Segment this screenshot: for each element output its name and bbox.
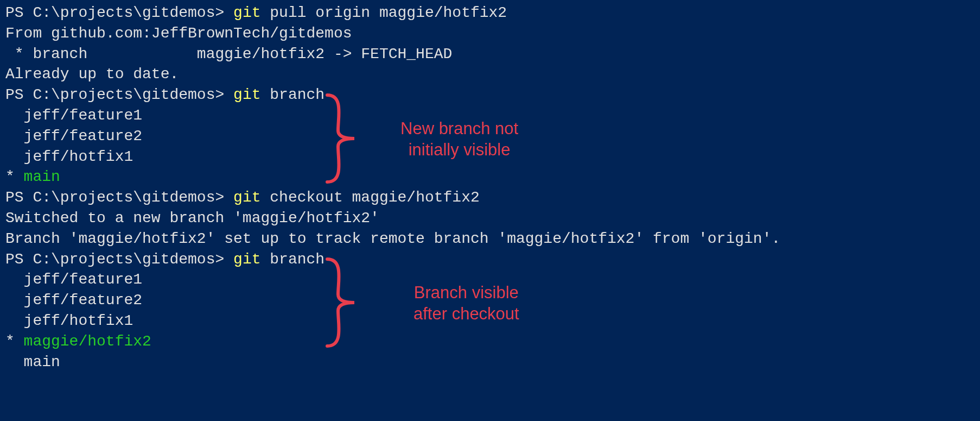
git-command: git: [233, 251, 260, 268]
output-line: From github.com:JeffBrownTech/gitdemos: [5, 23, 975, 44]
command-args: checkout maggie/hotfix2: [261, 189, 480, 206]
output-line: PS C:\projects\gitdemos> git branch: [5, 85, 975, 105]
annotation-text-line: New branch not: [400, 118, 518, 140]
output-line: Switched to a new branch 'maggie/hotfix2…: [5, 208, 975, 229]
prompt: PS C:\projects\gitdemos>: [5, 86, 233, 103]
git-command: git: [233, 189, 260, 206]
annotation-text-line: initially visible: [400, 140, 518, 161]
annotation-label: New branch not initially visible: [400, 118, 518, 161]
output-line: Branch 'maggie/hotfix2' set up to track …: [5, 229, 975, 249]
branch-item-current: * maggie/hotfix2: [5, 331, 975, 352]
command-args: branch: [261, 86, 325, 103]
command-args: branch: [261, 251, 325, 268]
output-line: Already up to date.: [5, 64, 975, 85]
output-line: PS C:\projects\gitdemos> git branch: [5, 249, 975, 270]
brace-icon: [316, 92, 365, 185]
output-line: * branch maggie/hotfix2 -> FETCH_HEAD: [5, 44, 975, 65]
brace-icon: [316, 256, 365, 349]
current-marker: *: [5, 333, 24, 350]
output-line: PS C:\projects\gitdemos> git checkout ma…: [5, 187, 975, 208]
current-branch: main: [24, 168, 60, 185]
annotation-text-line: Branch visible: [413, 282, 519, 304]
branch-item-current: * main: [5, 167, 975, 187]
git-command: git: [233, 86, 260, 103]
prompt: PS C:\projects\gitdemos>: [5, 4, 233, 21]
annotation-label: Branch visible after checkout: [413, 282, 519, 325]
annotation-text-line: after checkout: [413, 304, 519, 325]
current-marker: *: [5, 168, 24, 185]
git-command: git: [233, 4, 260, 21]
current-branch: maggie/hotfix2: [24, 333, 151, 350]
branch-item: main: [5, 352, 975, 373]
output-line: PS C:\projects\gitdemos> git pull origin…: [5, 3, 975, 23]
prompt: PS C:\projects\gitdemos>: [5, 189, 233, 206]
command-args: pull origin maggie/hotfix2: [261, 4, 507, 21]
prompt: PS C:\projects\gitdemos>: [5, 251, 233, 268]
